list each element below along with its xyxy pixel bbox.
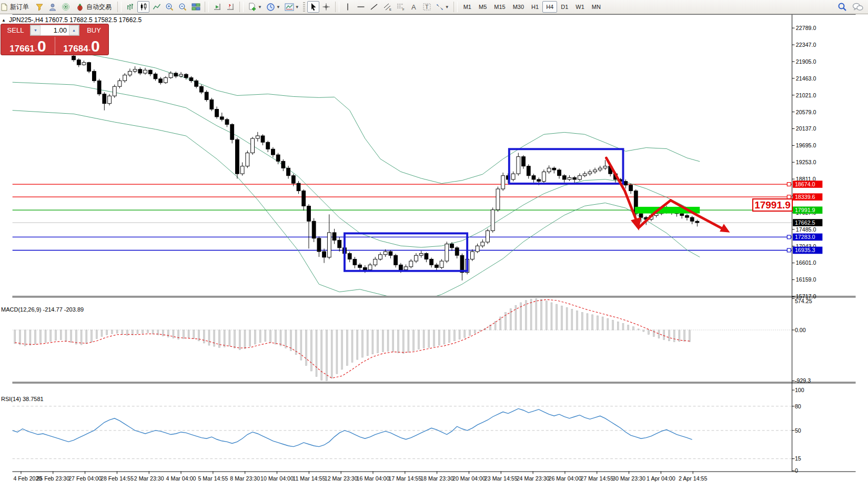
- zoom-out-button[interactable]: [177, 1, 189, 13]
- toolbar-separator: [453, 2, 458, 12]
- svg-text:17662.5: 17662.5: [795, 219, 815, 226]
- chart-window-button[interactable]: [33, 1, 45, 13]
- signals-button[interactable]: [59, 1, 72, 13]
- chart-window[interactable]: 22789.022347.021905.021463.021021.020579…: [0, 14, 868, 500]
- funnel-icon: [35, 3, 44, 11]
- volume-value[interactable]: 1.00: [41, 25, 69, 35]
- svg-text:2 Mar 23:30: 2 Mar 23:30: [134, 475, 164, 482]
- price-axis: 22789.022347.021905.021463.021021.020579…: [783, 25, 823, 473]
- svg-text:22347.0: 22347.0: [796, 42, 816, 48]
- channel-tool-button[interactable]: E: [381, 1, 393, 13]
- svg-text:0: 0: [795, 467, 798, 474]
- chart-shift-button[interactable]: [225, 1, 237, 13]
- candlestick-chart-button[interactable]: [137, 1, 149, 13]
- svg-text:100: 100: [795, 387, 804, 393]
- cursor-icon: [309, 3, 317, 11]
- vertical-line-tool-button[interactable]: [342, 1, 354, 13]
- svg-text:10 Mar 04:00: 10 Mar 04:00: [260, 475, 294, 482]
- new-chart-button[interactable]: ▼: [246, 1, 264, 13]
- chat-icon[interactable]: [852, 3, 864, 12]
- toolbar-separator: [117, 2, 122, 12]
- arrows-tool-button[interactable]: ▼: [434, 1, 451, 13]
- search-icon[interactable]: [837, 2, 847, 12]
- svg-text:F: F: [402, 8, 405, 11]
- svg-text:8 Mar 23:30: 8 Mar 23:30: [230, 475, 260, 482]
- main-pane: [12, 184, 792, 250]
- svg-text:25 Feb 23:30: 25 Feb 23:30: [36, 475, 69, 482]
- toolbar-separator: [239, 2, 244, 12]
- volume-increase-button[interactable]: ▲: [69, 25, 79, 35]
- chart-canvas[interactable]: 22789.022347.021905.021463.021021.020579…: [0, 14, 868, 500]
- svg-text:15: 15: [795, 455, 801, 462]
- fibonacci-tool-button[interactable]: F: [395, 1, 407, 13]
- svg-text:50: 50: [795, 427, 801, 434]
- sell-price: 17661: [9, 44, 34, 53]
- timeframe-m30[interactable]: M30: [509, 1, 528, 13]
- timeframe-h4[interactable]: H4: [542, 1, 557, 13]
- bar-chart-button[interactable]: [124, 1, 136, 13]
- timeframe-mn[interactable]: MN: [588, 1, 604, 13]
- candlestick-chart-icon: [139, 3, 148, 11]
- timeframe-m5[interactable]: M5: [475, 1, 490, 13]
- auto-scroll-button[interactable]: [211, 1, 224, 13]
- indicators-icon: [285, 3, 294, 11]
- svg-text:23 Mar 14:55: 23 Mar 14:55: [485, 475, 518, 482]
- svg-text:21021.0: 21021.0: [796, 92, 816, 98]
- text-tool-button[interactable]: A: [408, 1, 420, 13]
- horizontal-line-tool-button[interactable]: [355, 1, 367, 13]
- buy-price: 17684: [63, 44, 88, 53]
- signal-icon: [62, 3, 70, 11]
- zoom-in-button[interactable]: [164, 1, 176, 13]
- line-chart-button[interactable]: [150, 1, 163, 13]
- horizontal-line-icon: [357, 3, 365, 11]
- svg-text:26 Mar 04:00: 26 Mar 04:00: [548, 475, 581, 482]
- timeframe-m15[interactable]: M15: [490, 1, 509, 13]
- autotrading-button[interactable]: 自动交易: [73, 1, 115, 13]
- svg-text:18339.6: 18339.6: [795, 194, 815, 200]
- svg-text:18674.0: 18674.0: [795, 181, 815, 187]
- svg-text:22789.0: 22789.0: [796, 25, 816, 31]
- template-button[interactable]: ▼: [283, 1, 301, 13]
- time-axis: 4 Feb 202025 Feb 23:3027 Feb 04:0028 Feb…: [13, 472, 707, 482]
- timeframe-d1[interactable]: D1: [557, 1, 572, 13]
- pane-separators: [12, 14, 855, 472]
- tile-windows-button[interactable]: [190, 1, 202, 13]
- rsi-indicator-label: RSI(14) 38.7581: [1, 396, 44, 402]
- buy-button[interactable]: 17684 . 0: [55, 36, 108, 55]
- crosshair-tool-button[interactable]: [320, 1, 332, 13]
- rsi-pane: [12, 406, 792, 459]
- sell-label: SELL: [1, 24, 30, 36]
- label-tool-button[interactable]: T: [421, 1, 433, 13]
- annotation-price-label[interactable]: 17991.9: [752, 198, 793, 212]
- svg-text:19253.0: 19253.0: [796, 159, 816, 165]
- cursor-tool-button[interactable]: [307, 1, 319, 13]
- panel-toggle-icon[interactable]: ▲: [2, 18, 6, 23]
- svg-text:18 Mar 23:30: 18 Mar 23:30: [420, 475, 453, 482]
- buy-price-fraction: 0: [91, 40, 100, 53]
- timeframe-m1[interactable]: M1: [460, 1, 475, 13]
- new-order-icon: [0, 3, 8, 11]
- auto-scroll-icon: [213, 3, 222, 11]
- periods-button[interactable]: ▼: [265, 1, 282, 13]
- trendline-tool-button[interactable]: [368, 1, 380, 13]
- volume-decrease-button[interactable]: ▼: [31, 25, 41, 35]
- line-chart-icon: [153, 3, 161, 11]
- market-watch-button[interactable]: [46, 1, 58, 13]
- dropdown-arrow-icon: ▼: [295, 5, 299, 9]
- svg-text:-929.3: -929.3: [795, 377, 811, 384]
- dropdown-arrow-icon: ▼: [258, 5, 262, 9]
- svg-text:16601.0: 16601.0: [796, 259, 816, 266]
- dropdown-arrow-icon: ▼: [276, 5, 280, 9]
- zoom-out-icon: [178, 3, 187, 12]
- volume-stepper[interactable]: ▼ 1.00 ▲: [30, 25, 79, 36]
- timeframe-w1[interactable]: W1: [572, 1, 588, 13]
- svg-text:24 Mar 23:30: 24 Mar 23:30: [517, 475, 550, 482]
- fibonacci-icon: F: [396, 3, 405, 11]
- new-order-button[interactable]: 新订单: [0, 1, 32, 13]
- one-click-trading-panel: SELL ▼ 1.00 ▲ BUY 17661 . 0 17684 . 0: [1, 24, 109, 55]
- sell-button[interactable]: 17661 . 0: [1, 36, 55, 55]
- chart-shift-icon: [226, 3, 235, 11]
- candles: [72, 55, 699, 280]
- timeframe-h1[interactable]: H1: [528, 1, 542, 13]
- macd-pane: [12, 298, 792, 381]
